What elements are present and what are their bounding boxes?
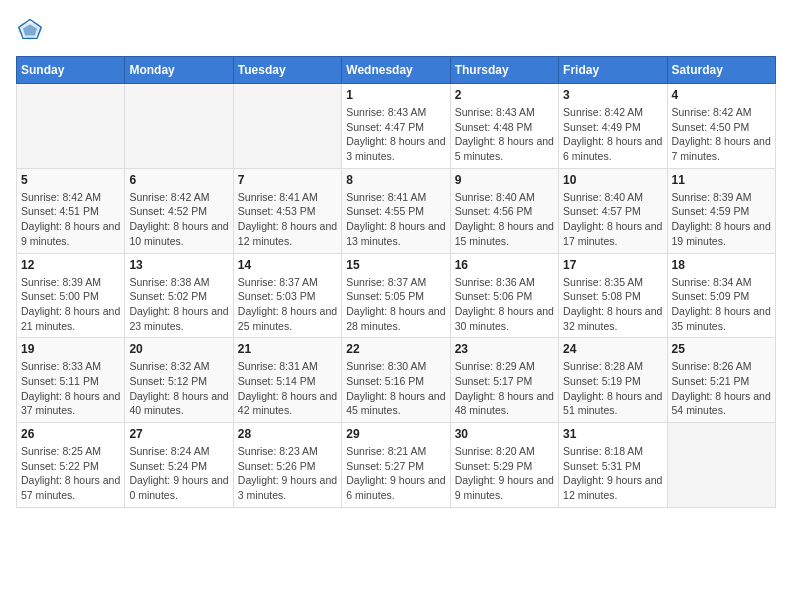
day-number: 24 <box>563 342 662 356</box>
day-info: Sunrise: 8:40 AM Sunset: 4:56 PM Dayligh… <box>455 190 554 249</box>
calendar-cell: 12Sunrise: 8:39 AM Sunset: 5:00 PM Dayli… <box>17 253 125 338</box>
calendar-cell <box>17 84 125 169</box>
day-info: Sunrise: 8:35 AM Sunset: 5:08 PM Dayligh… <box>563 275 662 334</box>
calendar-cell: 11Sunrise: 8:39 AM Sunset: 4:59 PM Dayli… <box>667 168 775 253</box>
day-of-week-header: Saturday <box>667 57 775 84</box>
calendar-week-row: 19Sunrise: 8:33 AM Sunset: 5:11 PM Dayli… <box>17 338 776 423</box>
day-number: 20 <box>129 342 228 356</box>
day-number: 17 <box>563 258 662 272</box>
day-number: 16 <box>455 258 554 272</box>
day-number: 7 <box>238 173 337 187</box>
day-number: 8 <box>346 173 445 187</box>
calendar-cell: 13Sunrise: 8:38 AM Sunset: 5:02 PM Dayli… <box>125 253 233 338</box>
calendar-cell: 19Sunrise: 8:33 AM Sunset: 5:11 PM Dayli… <box>17 338 125 423</box>
calendar-cell: 16Sunrise: 8:36 AM Sunset: 5:06 PM Dayli… <box>450 253 558 338</box>
calendar-cell: 25Sunrise: 8:26 AM Sunset: 5:21 PM Dayli… <box>667 338 775 423</box>
day-info: Sunrise: 8:39 AM Sunset: 5:00 PM Dayligh… <box>21 275 120 334</box>
day-number: 19 <box>21 342 120 356</box>
day-of-week-header: Thursday <box>450 57 558 84</box>
day-number: 14 <box>238 258 337 272</box>
days-of-week-row: SundayMondayTuesdayWednesdayThursdayFrid… <box>17 57 776 84</box>
calendar-cell: 31Sunrise: 8:18 AM Sunset: 5:31 PM Dayli… <box>559 423 667 508</box>
day-info: Sunrise: 8:43 AM Sunset: 4:47 PM Dayligh… <box>346 105 445 164</box>
calendar-cell: 1Sunrise: 8:43 AM Sunset: 4:47 PM Daylig… <box>342 84 450 169</box>
calendar-week-row: 26Sunrise: 8:25 AM Sunset: 5:22 PM Dayli… <box>17 423 776 508</box>
day-info: Sunrise: 8:25 AM Sunset: 5:22 PM Dayligh… <box>21 444 120 503</box>
day-info: Sunrise: 8:41 AM Sunset: 4:53 PM Dayligh… <box>238 190 337 249</box>
day-number: 10 <box>563 173 662 187</box>
day-of-week-header: Monday <box>125 57 233 84</box>
day-number: 1 <box>346 88 445 102</box>
day-info: Sunrise: 8:37 AM Sunset: 5:03 PM Dayligh… <box>238 275 337 334</box>
calendar-cell: 5Sunrise: 8:42 AM Sunset: 4:51 PM Daylig… <box>17 168 125 253</box>
day-info: Sunrise: 8:34 AM Sunset: 5:09 PM Dayligh… <box>672 275 771 334</box>
day-info: Sunrise: 8:31 AM Sunset: 5:14 PM Dayligh… <box>238 359 337 418</box>
day-number: 4 <box>672 88 771 102</box>
day-of-week-header: Sunday <box>17 57 125 84</box>
calendar-week-row: 12Sunrise: 8:39 AM Sunset: 5:00 PM Dayli… <box>17 253 776 338</box>
calendar-cell: 6Sunrise: 8:42 AM Sunset: 4:52 PM Daylig… <box>125 168 233 253</box>
calendar-cell: 30Sunrise: 8:20 AM Sunset: 5:29 PM Dayli… <box>450 423 558 508</box>
day-number: 23 <box>455 342 554 356</box>
day-number: 25 <box>672 342 771 356</box>
day-info: Sunrise: 8:41 AM Sunset: 4:55 PM Dayligh… <box>346 190 445 249</box>
day-info: Sunrise: 8:42 AM Sunset: 4:49 PM Dayligh… <box>563 105 662 164</box>
day-info: Sunrise: 8:28 AM Sunset: 5:19 PM Dayligh… <box>563 359 662 418</box>
day-info: Sunrise: 8:26 AM Sunset: 5:21 PM Dayligh… <box>672 359 771 418</box>
day-info: Sunrise: 8:43 AM Sunset: 4:48 PM Dayligh… <box>455 105 554 164</box>
day-info: Sunrise: 8:40 AM Sunset: 4:57 PM Dayligh… <box>563 190 662 249</box>
calendar-cell: 14Sunrise: 8:37 AM Sunset: 5:03 PM Dayli… <box>233 253 341 338</box>
calendar-cell: 4Sunrise: 8:42 AM Sunset: 4:50 PM Daylig… <box>667 84 775 169</box>
calendar-table: SundayMondayTuesdayWednesdayThursdayFrid… <box>16 56 776 508</box>
day-number: 26 <box>21 427 120 441</box>
calendar-cell: 9Sunrise: 8:40 AM Sunset: 4:56 PM Daylig… <box>450 168 558 253</box>
day-info: Sunrise: 8:42 AM Sunset: 4:51 PM Dayligh… <box>21 190 120 249</box>
day-number: 22 <box>346 342 445 356</box>
calendar-cell: 20Sunrise: 8:32 AM Sunset: 5:12 PM Dayli… <box>125 338 233 423</box>
logo-icon <box>16 16 44 44</box>
calendar-cell: 28Sunrise: 8:23 AM Sunset: 5:26 PM Dayli… <box>233 423 341 508</box>
day-info: Sunrise: 8:23 AM Sunset: 5:26 PM Dayligh… <box>238 444 337 503</box>
calendar-cell: 17Sunrise: 8:35 AM Sunset: 5:08 PM Dayli… <box>559 253 667 338</box>
day-number: 12 <box>21 258 120 272</box>
day-number: 28 <box>238 427 337 441</box>
calendar-cell: 26Sunrise: 8:25 AM Sunset: 5:22 PM Dayli… <box>17 423 125 508</box>
day-of-week-header: Friday <box>559 57 667 84</box>
day-number: 2 <box>455 88 554 102</box>
day-info: Sunrise: 8:32 AM Sunset: 5:12 PM Dayligh… <box>129 359 228 418</box>
calendar-cell: 21Sunrise: 8:31 AM Sunset: 5:14 PM Dayli… <box>233 338 341 423</box>
day-number: 9 <box>455 173 554 187</box>
day-of-week-header: Tuesday <box>233 57 341 84</box>
day-info: Sunrise: 8:21 AM Sunset: 5:27 PM Dayligh… <box>346 444 445 503</box>
day-info: Sunrise: 8:24 AM Sunset: 5:24 PM Dayligh… <box>129 444 228 503</box>
calendar-cell: 24Sunrise: 8:28 AM Sunset: 5:19 PM Dayli… <box>559 338 667 423</box>
calendar-cell: 10Sunrise: 8:40 AM Sunset: 4:57 PM Dayli… <box>559 168 667 253</box>
calendar-header: SundayMondayTuesdayWednesdayThursdayFrid… <box>17 57 776 84</box>
day-number: 31 <box>563 427 662 441</box>
day-number: 15 <box>346 258 445 272</box>
day-info: Sunrise: 8:20 AM Sunset: 5:29 PM Dayligh… <box>455 444 554 503</box>
calendar-cell <box>233 84 341 169</box>
day-number: 13 <box>129 258 228 272</box>
day-info: Sunrise: 8:39 AM Sunset: 4:59 PM Dayligh… <box>672 190 771 249</box>
logo <box>16 16 48 44</box>
day-number: 18 <box>672 258 771 272</box>
calendar-week-row: 1Sunrise: 8:43 AM Sunset: 4:47 PM Daylig… <box>17 84 776 169</box>
day-info: Sunrise: 8:38 AM Sunset: 5:02 PM Dayligh… <box>129 275 228 334</box>
calendar-body: 1Sunrise: 8:43 AM Sunset: 4:47 PM Daylig… <box>17 84 776 508</box>
calendar-cell: 8Sunrise: 8:41 AM Sunset: 4:55 PM Daylig… <box>342 168 450 253</box>
day-of-week-header: Wednesday <box>342 57 450 84</box>
calendar-cell: 3Sunrise: 8:42 AM Sunset: 4:49 PM Daylig… <box>559 84 667 169</box>
day-number: 29 <box>346 427 445 441</box>
day-number: 30 <box>455 427 554 441</box>
day-info: Sunrise: 8:29 AM Sunset: 5:17 PM Dayligh… <box>455 359 554 418</box>
day-info: Sunrise: 8:30 AM Sunset: 5:16 PM Dayligh… <box>346 359 445 418</box>
day-info: Sunrise: 8:18 AM Sunset: 5:31 PM Dayligh… <box>563 444 662 503</box>
calendar-cell: 15Sunrise: 8:37 AM Sunset: 5:05 PM Dayli… <box>342 253 450 338</box>
day-info: Sunrise: 8:37 AM Sunset: 5:05 PM Dayligh… <box>346 275 445 334</box>
day-info: Sunrise: 8:42 AM Sunset: 4:50 PM Dayligh… <box>672 105 771 164</box>
day-number: 21 <box>238 342 337 356</box>
day-info: Sunrise: 8:33 AM Sunset: 5:11 PM Dayligh… <box>21 359 120 418</box>
day-info: Sunrise: 8:42 AM Sunset: 4:52 PM Dayligh… <box>129 190 228 249</box>
calendar-cell: 29Sunrise: 8:21 AM Sunset: 5:27 PM Dayli… <box>342 423 450 508</box>
